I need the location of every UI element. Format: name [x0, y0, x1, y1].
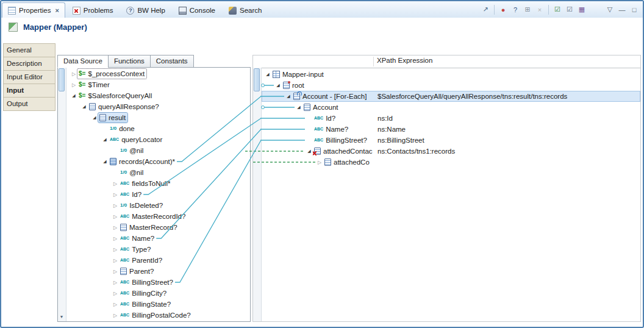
- source-node-done[interactable]: 1/0 done: [66, 123, 250, 134]
- expander-icon[interactable]: ▷: [112, 225, 119, 230]
- source-node-billingstate[interactable]: ▷ ABC BillingState?: [66, 299, 250, 310]
- source-node-id[interactable]: ▷ ABC Id?: [66, 189, 250, 200]
- target-node-attachedcontac[interactable]: ◢ attachedContac ns:Contacts/tns1:record…: [262, 146, 640, 157]
- source-node-parentid[interactable]: ▷ ABC ParentId?: [66, 255, 250, 266]
- expander-icon[interactable]: ▷: [70, 82, 77, 88]
- target-node-mapper-input[interactable]: ◢ Mapper-input: [262, 69, 640, 80]
- target-node-id[interactable]: ABC Id? ns:Id: [262, 113, 640, 124]
- view-tab-properties[interactable]: Properties ×: [2, 2, 65, 18]
- source-node-salesforcequeryall[interactable]: ◢ $= $SalesforceQueryAll: [66, 90, 250, 101]
- validate-icon[interactable]: ☑: [552, 4, 563, 16]
- xpath-cell[interactable]: $SalesforceQueryAll/queryAllResponse/tns…: [377, 91, 567, 102]
- close-disabled-icon[interactable]: ×: [534, 4, 545, 16]
- expander-icon[interactable]: ▷: [112, 203, 119, 209]
- expander-icon[interactable]: ◢: [70, 93, 77, 98]
- expander-icon[interactable]: ▷: [112, 247, 119, 252]
- source-node-nil[interactable]: 1/0 @nil: [66, 145, 250, 156]
- expander-icon[interactable]: ▷: [112, 258, 119, 263]
- expander-icon[interactable]: ◢: [101, 159, 109, 164]
- expander-icon[interactable]: ◢: [264, 72, 271, 77]
- source-tree-scrollbar[interactable]: ▼: [58, 68, 66, 321]
- source-node-parent[interactable]: ▷ Parent?: [66, 266, 250, 277]
- expander-icon[interactable]: ▷: [112, 214, 119, 219]
- element-error-icon: [314, 148, 321, 155]
- tab-constants[interactable]: Constants: [150, 55, 194, 68]
- xpath-cell[interactable]: ns:BillingStreet: [377, 135, 424, 146]
- expander-icon[interactable]: ◢: [274, 83, 282, 88]
- minimize-icon[interactable]: —: [617, 4, 628, 16]
- expander-icon[interactable]: ◢: [80, 104, 88, 109]
- node-label: root: [292, 82, 305, 89]
- mapping-scrollbar[interactable]: [253, 68, 262, 321]
- target-node-account-for-each[interactable]: ◢ Account - [For-Each] $SalesforceQueryA…: [262, 91, 640, 102]
- sidebar-item-output[interactable]: Output: [3, 97, 55, 111]
- target-node-account[interactable]: ◢ Account: [262, 102, 640, 113]
- property-sections-sidebar: General Description Input Editor Input O…: [3, 44, 55, 111]
- sidebar-item-general[interactable]: General: [3, 43, 55, 57]
- view-tab-console[interactable]: Console: [173, 2, 221, 18]
- target-node-name[interactable]: ABC Name? ns:Name: [262, 124, 640, 135]
- scrollbar-thumb[interactable]: [59, 68, 65, 91]
- source-node-isdeleted[interactable]: ▷ 1/0 IsDeleted?: [66, 200, 250, 211]
- expander-icon[interactable]: ▷: [112, 302, 119, 307]
- expander-icon[interactable]: ◢: [306, 149, 313, 154]
- expander-icon[interactable]: ▷: [70, 71, 77, 77]
- expander-icon[interactable]: ◢: [101, 137, 109, 142]
- source-node-name[interactable]: ▷ ABC Name?: [66, 233, 250, 244]
- source-node-billingcity[interactable]: ▷ ABC BillingCity?: [66, 288, 250, 299]
- source-node-timer[interactable]: ▷ $= $Timer: [66, 79, 250, 90]
- source-node-billingpostalcode[interactable]: ▷ ABC BillingPostalCode?: [66, 310, 250, 321]
- expander-icon[interactable]: ◢: [91, 115, 98, 120]
- xpath-cell[interactable]: ns:Contacts/tns1:records: [377, 146, 455, 157]
- expander-icon[interactable]: ◢: [285, 94, 292, 99]
- checkbox-icon[interactable]: ☑: [564, 4, 575, 16]
- scrollbar-thumb[interactable]: [254, 68, 260, 91]
- expander-icon[interactable]: ▷: [112, 291, 119, 296]
- sidebar-item-input[interactable]: Input: [3, 84, 55, 98]
- source-node-nil[interactable]: 1/0 @nil: [66, 167, 250, 178]
- source-node-masterrecordid[interactable]: ▷ ABC MasterRecordId?: [66, 211, 250, 222]
- target-node-billingstreet[interactable]: ABC BillingStreet? ns:BillingStreet: [262, 135, 640, 146]
- source-node-result[interactable]: ◢ result: [66, 112, 250, 123]
- expander-icon[interactable]: ▷: [112, 313, 119, 318]
- source-node-records-account[interactable]: ◢ records(Account)*: [66, 156, 250, 167]
- grid-icon[interactable]: ⊞: [522, 4, 533, 16]
- expander-icon[interactable]: ▷: [112, 192, 119, 198]
- source-node-queryallresponse[interactable]: ◢ queryAllResponse?: [66, 101, 250, 112]
- view-tab-bw-help[interactable]: ? BW Help: [120, 2, 171, 18]
- expander-icon[interactable]: ▷: [112, 236, 119, 241]
- open-new-view-icon[interactable]: ↗: [480, 4, 491, 16]
- expander-icon[interactable]: ▷: [112, 269, 119, 274]
- source-node-billingstreet[interactable]: ▷ ABC BillingStreet?: [66, 277, 250, 288]
- sidebar-item-description[interactable]: Description: [3, 57, 55, 71]
- xpath-cell[interactable]: ns:Name: [377, 124, 406, 135]
- source-node-fieldstonull[interactable]: ▷ ABC fieldsToNull*: [66, 178, 250, 189]
- source-node-processcontext[interactable]: ▷ $= $_processContext: [66, 68, 250, 79]
- view-tab-search[interactable]: Search: [223, 2, 268, 18]
- source-node-masterrecord[interactable]: ▷ MasterRecord?: [66, 222, 250, 233]
- expander-icon[interactable]: ▷: [316, 160, 323, 165]
- view-tab-problems[interactable]: Problems: [66, 2, 120, 18]
- target-node-attachedco[interactable]: ▷ attachedCo: [262, 157, 640, 168]
- source-node-querylocator[interactable]: ◢ ABC queryLocator: [66, 134, 250, 145]
- source-node-type[interactable]: ▷ ABC Type?: [66, 244, 250, 255]
- tab-data-source[interactable]: Data Source: [57, 55, 109, 68]
- view-toolbar: ↗●?⊞×☑☑▦▽—□: [480, 1, 643, 18]
- target-node-root[interactable]: ◢ root: [262, 80, 640, 91]
- panel-tab-label: Constants: [156, 57, 188, 65]
- scroll-down-icon[interactable]: ▼: [58, 313, 65, 321]
- expander-icon[interactable]: ▷: [112, 280, 119, 285]
- view-menu-icon[interactable]: ▽: [604, 4, 615, 16]
- debug-ball-icon[interactable]: ●: [498, 4, 509, 16]
- sidebar-item-input-editor[interactable]: Input Editor: [3, 70, 55, 84]
- node-label: $Timer: [88, 81, 110, 88]
- expander-icon[interactable]: ▷: [112, 181, 119, 187]
- expander-icon[interactable]: ◢: [295, 105, 302, 110]
- node-label: result: [109, 114, 126, 121]
- palette-icon[interactable]: ▦: [576, 4, 587, 16]
- help-icon[interactable]: ?: [510, 4, 521, 16]
- maximize-icon[interactable]: □: [629, 4, 640, 16]
- close-icon[interactable]: ×: [55, 7, 59, 14]
- tab-functions[interactable]: Functions: [108, 55, 151, 68]
- xpath-cell[interactable]: ns:Id: [377, 113, 393, 124]
